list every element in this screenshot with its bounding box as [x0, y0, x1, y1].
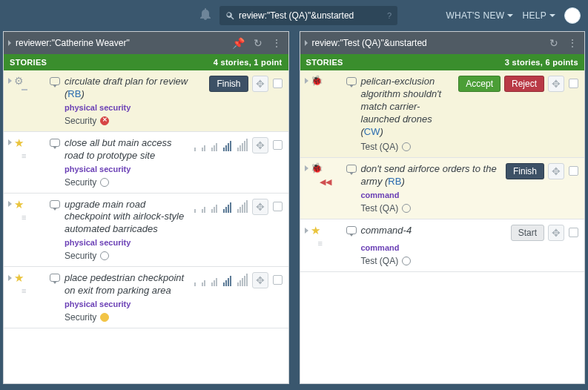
story-row[interactable]: ★≡close all but main access road to prot…: [4, 132, 288, 194]
select-checkbox[interactable]: [569, 228, 578, 237]
drag-handle[interactable]: ✥: [548, 76, 564, 92]
expand-icon[interactable]: [8, 275, 12, 281]
epic-label[interactable]: command: [361, 191, 579, 199]
comment-icon[interactable]: [346, 77, 357, 85]
select-checkbox[interactable]: [569, 166, 578, 176]
review-state-icon[interactable]: [100, 313, 109, 322]
expand-icon[interactable]: [8, 201, 12, 207]
story-gutter: 🐞: [305, 76, 342, 152]
drag-handle[interactable]: ✥: [252, 199, 268, 215]
expand-icon[interactable]: [8, 78, 12, 84]
notifications-icon[interactable]: [200, 8, 211, 23]
story-title[interactable]: command-4: [361, 225, 506, 237]
epic-label[interactable]: command: [361, 243, 579, 252]
story-row[interactable]: ★≡place pedestrian checkpoint on exit fr…: [4, 267, 288, 328]
epic-label[interactable]: physical security: [65, 103, 283, 112]
panel-menu-icon[interactable]: ⋮: [269, 37, 284, 49]
story-row[interactable]: ⚙circulate draft plan for review (RB)Fin…: [4, 70, 288, 132]
story-title[interactable]: don't send airforce orders to the army (…: [361, 163, 501, 188]
point-estimate-bars[interactable]: [194, 139, 248, 151]
review-label[interactable]: Security: [65, 177, 96, 188]
select-checkbox[interactable]: [273, 202, 283, 211]
review-state-icon[interactable]: [100, 116, 109, 125]
star-icon: ★: [311, 225, 320, 236]
bug-icon: 🐞: [311, 76, 323, 85]
story-title[interactable]: circulate draft plan for review (RB): [65, 76, 205, 101]
expand-icon[interactable]: [305, 165, 308, 171]
owner-initials[interactable]: RB: [67, 88, 81, 99]
story-row[interactable]: 🐞◀◀don't send airforce orders to the arm…: [300, 158, 585, 219]
story-row[interactable]: 🐞pelican-exclusion algorithm shouldn't m…: [300, 70, 585, 158]
panel-header: review:"Test (QA)"&unstarted↻⋮: [300, 32, 585, 54]
expand-icon[interactable]: [305, 78, 308, 84]
panels: reviewer:"Catherine Weaver"📌↻⋮STORIES4 s…: [0, 31, 588, 390]
review-state-icon[interactable]: [100, 178, 109, 187]
story-content: pelican-exclusion algorithm shouldn't ma…: [361, 76, 579, 152]
story-row[interactable]: ★≡upgrade main road checkpoint with airl…: [4, 194, 288, 268]
finish-button[interactable]: Finish: [209, 76, 248, 92]
drag-handle[interactable]: ✥: [548, 163, 564, 179]
review-state-icon[interactable]: [100, 251, 109, 260]
select-checkbox[interactable]: [273, 140, 283, 150]
drag-handle[interactable]: ✥: [252, 272, 268, 288]
point-estimate-bars[interactable]: [194, 274, 248, 286]
start-button[interactable]: Start: [511, 225, 544, 241]
star-icon: ★: [14, 137, 24, 148]
review-label[interactable]: Security: [65, 116, 96, 126]
avatar[interactable]: [564, 7, 581, 24]
comment-icon[interactable]: [50, 77, 60, 85]
drag-handle[interactable]: ✥: [548, 225, 564, 241]
story-title[interactable]: place pedestrian checkpoint on exit from…: [65, 272, 190, 297]
pin-icon[interactable]: 📌: [230, 37, 247, 49]
drag-handle[interactable]: ✥: [252, 76, 268, 92]
review-label[interactable]: Test (QA): [361, 256, 399, 266]
global-search[interactable]: ?: [219, 6, 397, 25]
comment-icon[interactable]: [346, 226, 357, 234]
expand-icon[interactable]: [8, 139, 12, 145]
chevron-down-icon: [507, 14, 513, 17]
select-checkbox[interactable]: [273, 275, 283, 285]
review-label[interactable]: Test (QA): [361, 142, 399, 152]
comment-icon[interactable]: [50, 139, 60, 147]
review-label-row: Security: [65, 251, 283, 261]
panel: review:"Test (QA)"&unstarted↻⋮STORIES3 s…: [300, 31, 586, 384]
story-title[interactable]: close all but main access road to protot…: [65, 137, 190, 162]
review-label[interactable]: Security: [65, 251, 96, 261]
comment-icon[interactable]: [50, 200, 60, 208]
story-title[interactable]: upgrade main road checkpoint with airloc…: [65, 199, 190, 237]
search-help-icon[interactable]: ?: [384, 11, 392, 20]
accept-button[interactable]: Accept: [458, 76, 501, 92]
select-checkbox[interactable]: [569, 79, 578, 88]
epic-label[interactable]: physical security: [65, 165, 283, 173]
point-estimate-bars[interactable]: [194, 200, 248, 213]
finish-button[interactable]: Finish: [506, 163, 544, 179]
drag-handle[interactable]: ✥: [252, 137, 268, 153]
epic-label[interactable]: physical security: [65, 238, 283, 247]
review-state-icon[interactable]: [402, 204, 411, 213]
owner-initials[interactable]: RB: [388, 176, 401, 187]
select-checkbox[interactable]: [273, 79, 283, 88]
owner-initials[interactable]: CW: [364, 126, 380, 137]
epic-label[interactable]: physical security: [65, 300, 283, 308]
expand-icon[interactable]: [305, 228, 308, 234]
story-row[interactable]: ★≡command-4Start✥commandTest (QA): [300, 219, 585, 272]
collapse-icon[interactable]: [305, 40, 308, 46]
comment-icon[interactable]: [50, 274, 60, 282]
menu-whats-new[interactable]: WHAT'S NEW: [446, 10, 513, 21]
panel-menu-icon[interactable]: ⋮: [565, 37, 580, 49]
refresh-icon[interactable]: ↻: [251, 37, 265, 49]
review-label[interactable]: Security: [65, 312, 96, 323]
comment-icon[interactable]: [346, 165, 357, 173]
collapse-icon[interactable]: [8, 40, 11, 46]
review-state-icon[interactable]: [402, 257, 411, 265]
story-title[interactable]: pelican-exclusion algorithm shouldn't ma…: [361, 76, 455, 138]
menu-help[interactable]: HELP: [522, 10, 555, 21]
story-gutter: ★≡: [8, 272, 45, 323]
top-menu: WHAT'S NEW HELP: [446, 7, 581, 24]
panel-header: reviewer:"Catherine Weaver"📌↻⋮: [4, 32, 288, 54]
review-state-icon[interactable]: [402, 142, 411, 151]
reject-button[interactable]: Reject: [504, 76, 544, 92]
refresh-icon[interactable]: ↻: [547, 37, 561, 49]
search-input[interactable]: [239, 10, 384, 21]
review-label[interactable]: Test (QA): [361, 203, 399, 214]
